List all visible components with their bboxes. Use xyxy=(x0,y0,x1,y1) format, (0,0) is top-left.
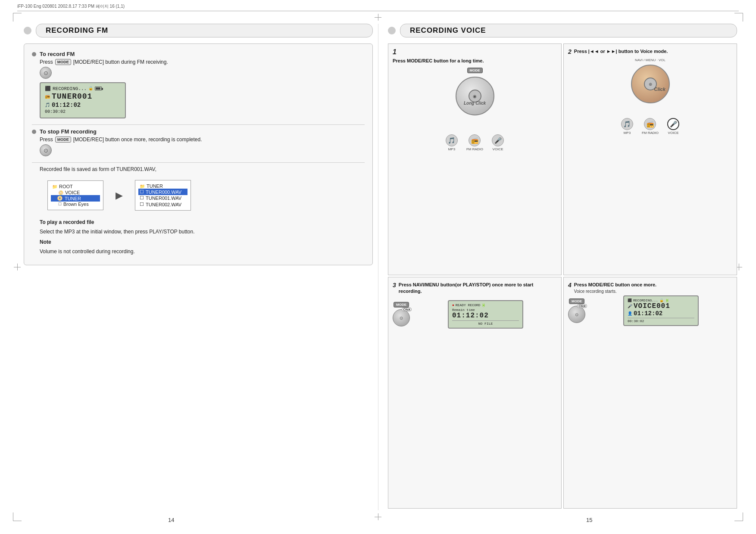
click-badge-4: Click xyxy=(577,304,587,308)
mode-icon-voice: 🎤 VOICE xyxy=(492,134,504,151)
ready-dot: ● xyxy=(452,303,454,307)
mode-btn-1: MODE xyxy=(55,59,71,65)
page-divider xyxy=(378,24,378,510)
step-stop-fm-press: Press MODE [MODE/REC] button once more, … xyxy=(40,137,365,143)
mode-icon-fmradio-circle: 📻 xyxy=(469,134,481,146)
folder-icon-tuner: 📀 xyxy=(57,196,63,201)
file-label-tuner: TUNER xyxy=(65,196,81,201)
mode-label-mp3-2: MP3 xyxy=(624,131,631,135)
voice-battery: 🔋 xyxy=(665,298,669,302)
fm-content-box: To record FM Press MODE [MODE/REC] butto… xyxy=(24,43,373,265)
voice-line3: 👤 01:12:02 xyxy=(628,310,694,317)
file-item-voice: 📀 VOICE xyxy=(52,189,99,196)
ready-screen: ● READY RECORD 🔋 Remain time 01:12:02 NO… xyxy=(448,300,523,329)
rec-dot: ⬛ xyxy=(45,86,51,91)
crosshair-left xyxy=(14,264,21,270)
page-number-right: 15 xyxy=(586,517,592,523)
device-center-icon-4: ⊙ xyxy=(575,312,578,317)
file-label-voice: VOICE xyxy=(65,190,80,195)
mode-icon-mp3-circle: 🎵 xyxy=(446,134,458,146)
ready-time: 01:12:02 xyxy=(452,312,519,320)
step2-header: 2 Press |◄◄ or ►►| button to Voice mode. xyxy=(568,48,732,58)
device-center-icon-2: ⊕ xyxy=(649,82,652,87)
mode-label-4: MODE xyxy=(569,298,584,304)
ready-line1: ● READY RECORD 🔋 xyxy=(452,303,519,307)
press-desc-2: [MODE/REC] button once more, recording i… xyxy=(73,137,202,143)
step-cell-2: 2 Press |◄◄ or ►►| button to Voice mode.… xyxy=(563,43,737,275)
step4-content: MODE ⊙ Click ⬛ RECORDING... 🔒 🔋 xyxy=(568,294,732,328)
file-icon-browneyes: ☐ xyxy=(58,202,62,206)
small-circle-4: ⊙ Click xyxy=(568,306,585,323)
voice-remain: 00:30:02 xyxy=(628,318,694,323)
long-click-label: Long Click xyxy=(464,101,486,106)
step-cell-4: 4 Press MODE/REC button once more. Voice… xyxy=(563,277,737,509)
crop-mark-br xyxy=(734,512,743,521)
step-sub-4: Voice recording starts. xyxy=(574,289,656,294)
step-record-fm: To record FM Press MODE [MODE/REC] butto… xyxy=(32,51,365,118)
step4-titles: Press MODE/REC button once more. Voice r… xyxy=(574,282,656,294)
step-num-1: 1 xyxy=(393,48,557,56)
file-tree-source: 📁 ROOT 📀 VOICE 📀 TUNER ☐ Brown Eyes xyxy=(47,180,103,210)
section-title-voice: RECORDING VOICE xyxy=(400,24,737,37)
file-label-root: ROOT xyxy=(59,184,73,189)
divider-2 xyxy=(32,162,365,163)
header-text: iFP-100 Eng 020801 2002.8.17 7:33 PM 페이지… xyxy=(17,4,125,9)
file-icon-tuner001: ☐ xyxy=(140,195,144,201)
folder-icon-root: 📁 xyxy=(52,184,57,189)
lcd-tuner001: TUNER001 xyxy=(52,92,92,101)
step3-header: 3 Press NAVI/MENU button(or PLAY/STOP) o… xyxy=(393,282,557,298)
voice-recording-text: RECORDING... xyxy=(633,298,658,302)
divider-1 xyxy=(32,124,365,125)
press-desc-1: [MODE/REC] button during FM receiving. xyxy=(73,59,168,65)
tuner-icon: 📻 xyxy=(45,94,50,99)
lcd-line2: 📻 TUNER001 xyxy=(45,92,121,101)
file-label-tuner002: TUNER002.WAV xyxy=(146,202,181,207)
file-icon-tuner002: ☐ xyxy=(140,202,144,207)
press-label-2: Press xyxy=(40,137,53,143)
music-icon: 🎵 xyxy=(45,102,50,108)
mode-icon-voice-2: 🎤 VOICE xyxy=(667,118,679,135)
mode-label-fmradio-2: FM RADIO xyxy=(642,131,659,135)
step-stop-fm: To stop FM recording Press MODE [MODE/RE… xyxy=(32,128,365,156)
voice-icon: 🎤 xyxy=(628,304,632,309)
device-circle-2: ⊕ xyxy=(631,65,670,103)
device-center-icon-1: ◉ xyxy=(473,94,477,99)
mode-icon-voice-circle-2: 🎤 xyxy=(667,118,679,130)
mode-label-voice: VOICE xyxy=(493,147,503,151)
device-wrap-1: ◉ Long Click xyxy=(456,75,494,117)
bullet-record-fm xyxy=(32,52,36,56)
file-tree-row: 📁 ROOT 📀 VOICE 📀 TUNER ☐ Brown Eyes ▶ xyxy=(40,176,365,215)
right-page: RECORDING VOICE 1 Press MODE/REC button … xyxy=(388,24,737,510)
device-circle-1: ◉ xyxy=(456,77,494,115)
file-item-tuner: 📀 TUNER xyxy=(51,195,100,202)
crop-mark-tl xyxy=(13,13,22,22)
mode-icons-2: 🎵 MP3 📻 FM RADIO 🎤 VOICE xyxy=(621,118,679,135)
voice-screen: ⬛ RECORDING... 🔒 🔋 🎤 VOICE001 👤 01:12:02… xyxy=(623,295,699,326)
file-item-browneys: ☐ Brown Eyes xyxy=(52,201,99,207)
mode-icon-fmradio: 📻 FM RADIO xyxy=(466,134,483,151)
step-record-fm-header: To record FM xyxy=(32,51,365,57)
mode-icon-mp3-circle-2: 🎵 xyxy=(621,118,633,130)
section-dot-voice xyxy=(388,27,396,34)
mode-label-fmradio: FM RADIO xyxy=(466,147,483,151)
step-num-2: 2 xyxy=(568,48,572,55)
click-label-2: Click xyxy=(654,87,665,92)
voice-time: 01:12:02 xyxy=(634,310,662,317)
voice001-text: VOICE001 xyxy=(634,302,670,310)
mode-icon-voice-circle: 🎤 xyxy=(492,134,504,146)
file-label-browneyes: Brown Eyes xyxy=(63,202,89,207)
device-wrap-2: ⊕ Click xyxy=(631,63,670,105)
remain-label: Remain time xyxy=(452,308,519,312)
click-badge-3: Click xyxy=(402,307,412,311)
file-label-tuner000: TUNER000.WAV xyxy=(146,189,181,195)
section-title-fm: RECORDING FM xyxy=(36,24,373,37)
device-illus-3: MODE ⊙ Click xyxy=(393,302,410,326)
file-item-tuner000: ☐ TUNER000.WAV xyxy=(138,189,187,195)
crop-mark-bl xyxy=(13,512,22,521)
lcd-record-fm: ⬛ RECORDING... 🔒 📻 TUNER001 🎵 01:12:02 0… xyxy=(40,82,126,118)
mode-icon-mp3: 🎵 MP3 xyxy=(446,134,458,151)
file-label-tuner001: TUNER001.WAV xyxy=(146,196,181,201)
page-number-left: 14 xyxy=(168,517,174,523)
ready-text: READY RECORD xyxy=(456,303,481,307)
step-desc-3: Press NAVI/MENU button(or PLAY/STOP) onc… xyxy=(399,282,557,295)
